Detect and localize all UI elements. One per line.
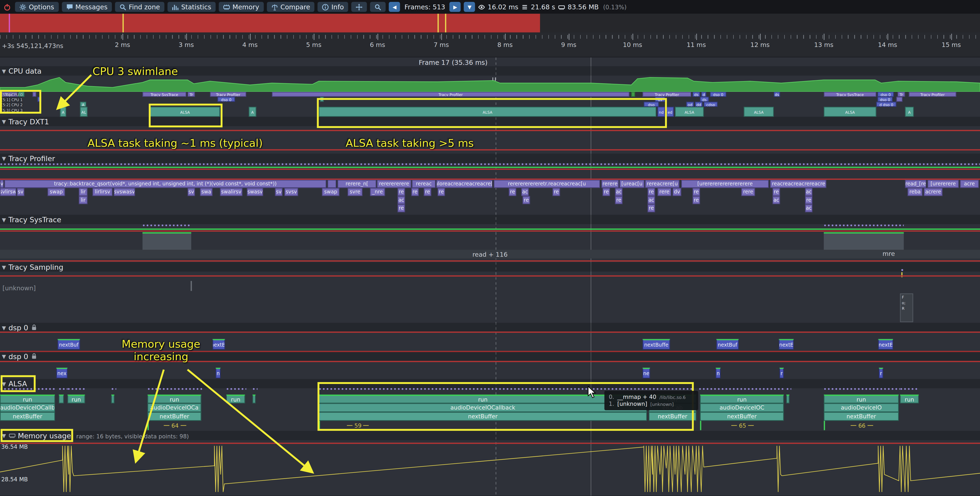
zone[interactable]: re [603, 188, 610, 196]
zone[interactable]: Tracy Profiler [210, 92, 246, 97]
zone[interactable]: Tracy SysTrace [824, 92, 877, 97]
systrace-zone-block[interactable] [824, 232, 904, 250]
zone-count[interactable]: 59 [319, 421, 647, 430]
zone[interactable]: ds [655, 97, 665, 102]
zone[interactable]: lir [79, 188, 88, 196]
zone[interactable]: dsp 0 [877, 92, 894, 97]
zone[interactable]: n [216, 368, 221, 378]
zone[interactable]: A [249, 107, 256, 117]
zone[interactable]: Tracy Profiler [272, 92, 629, 97]
zone[interactable]: svsv [285, 188, 298, 196]
frame-overview-bar[interactable] [0, 14, 980, 32]
memory-button[interactable]: Memory [219, 2, 264, 12]
section-header-tracy-sampling[interactable]: ▼ Tracy Sampling [0, 262, 980, 272]
zone-next-buffer[interactable]: nextBuffer [824, 412, 899, 421]
zone-run[interactable]: run [0, 395, 55, 403]
zone[interactable]: Tracy SysTrace [143, 92, 186, 97]
zone[interactable]: nextBi [213, 339, 225, 350]
zone[interactable]: svre [347, 188, 363, 196]
zone[interactable]: re [411, 188, 419, 196]
power-icon[interactable] [4, 3, 11, 10]
sampling-zone-fragment[interactable]: F o; R [900, 293, 913, 322]
zone[interactable]: re [805, 196, 813, 204]
zone[interactable]: sv [275, 188, 283, 196]
timeline[interactable]: Frame 17 (35.36 ms) ▼ CPU data TracTracy… [0, 57, 980, 496]
zone[interactable]: read_[re [905, 180, 926, 188]
zone-run[interactable] [111, 395, 115, 403]
zone[interactable]: rere [741, 188, 755, 196]
zone[interactable]: Tr [897, 92, 905, 97]
zone[interactable]: Tracy Profiler [909, 92, 956, 97]
zone[interactable]: nex [56, 368, 68, 378]
zone[interactable]: re [438, 188, 445, 196]
zone-run[interactable] [252, 395, 256, 403]
zone[interactable]: dsp [644, 101, 659, 107]
zone-next-buffer[interactable]: nextBuffer [700, 412, 784, 421]
zone[interactable]: r [879, 368, 883, 378]
zone[interactable]: AL [80, 107, 88, 117]
zone[interactable]: Tracy Profiler [643, 92, 692, 97]
section-header-tracy-systrace[interactable]: ▼ Tracy SysTrace [0, 215, 980, 224]
zone[interactable]: d dsp 0 [877, 101, 896, 107]
zone[interactable]: nd [658, 107, 665, 117]
zone-read[interactable]: read + 116 [0, 250, 980, 258]
zone[interactable]: sv [17, 188, 24, 196]
zone-count[interactable]: 65 [700, 421, 784, 430]
zone-audio-callback[interactable]: audioDeviceIOCa [148, 403, 201, 412]
zone[interactable]: ALSA [824, 107, 877, 117]
zone[interactable]: ac [615, 188, 623, 196]
zone[interactable]: od [686, 101, 694, 107]
collapse-icon[interactable]: ▼ [2, 353, 6, 359]
zone-audio-callback[interactable]: audioDeviceIOCallback [319, 403, 647, 412]
zone[interactable]: swa [200, 188, 213, 196]
zone-next-buffer[interactable]: nextBuffer [319, 412, 647, 421]
zone-count[interactable]: 64 [148, 421, 201, 430]
zone[interactable]: reba [908, 188, 923, 196]
zone-audio-callback[interactable]: audioDeviceIO [824, 403, 899, 412]
zone[interactable]: d [701, 92, 706, 97]
zone[interactable]: rererererere [377, 180, 411, 188]
zone[interactable]: swap [322, 188, 339, 196]
section-header-tracy-profiler[interactable]: ▼ Tracy Profiler [0, 154, 980, 163]
zone[interactable]: ac [521, 188, 529, 196]
next-frame-button[interactable]: ▶ [450, 2, 461, 12]
zone[interactable]: swap [48, 188, 65, 196]
zone[interactable]: A [905, 107, 914, 117]
zone[interactable]: [ureac[u [619, 180, 644, 188]
collapse-icon[interactable]: ▼ [2, 118, 6, 124]
zone[interactable]: n [716, 368, 721, 378]
zone[interactable]: A [80, 101, 86, 107]
zone[interactable]: swalirsv [220, 188, 243, 196]
zone[interactable] [33, 92, 36, 97]
zone[interactable]: re [648, 204, 655, 212]
cpu-usage-graph[interactable] [0, 75, 980, 92]
zone[interactable]: v [0, 180, 4, 188]
zone[interactable]: [urererererererererere [681, 180, 769, 188]
zone[interactable]: [urererere [928, 180, 959, 188]
time-ruler[interactable]: +3s 545,121,473ns 2 ms3 ms4 ms5 ms6 ms7 … [0, 33, 980, 58]
zone-run[interactable]: run [700, 395, 784, 403]
zone[interactable]: ALSA [150, 107, 220, 117]
collapse-icon[interactable]: ▼ [2, 380, 6, 387]
statistics-button[interactable]: Statistics [167, 2, 216, 12]
zone-next-buffer[interactable]: nextBuffer [148, 412, 201, 421]
zone[interactable]: rereacrere[u [645, 180, 679, 188]
zone[interactable]: tracy::backtrace_qsort(void*, unsigned i… [4, 180, 326, 188]
zone[interactable]: ed [666, 107, 674, 117]
zone[interactable]: Tr [188, 92, 195, 97]
collapse-icon[interactable]: ▼ [2, 325, 6, 331]
systrace-zone-block[interactable] [143, 232, 191, 250]
section-header-tracy-dxt1[interactable]: ▼ Tracy DXT1 [0, 117, 980, 126]
zone[interactable]: acrere [924, 188, 943, 196]
zone-run[interactable]: run [226, 395, 245, 403]
zone[interactable] [37, 97, 41, 102]
zone[interactable]: ds [774, 92, 780, 97]
zone[interactable]: re [398, 188, 405, 196]
zone[interactable]: ac [805, 188, 813, 196]
zone[interactable]: ds [693, 92, 700, 97]
zone[interactable]: cdsp [704, 101, 718, 107]
zone[interactable]: nextE [779, 339, 794, 350]
zone[interactable] [896, 97, 902, 102]
zone[interactable] [631, 92, 635, 97]
zone-run[interactable]: run [824, 395, 899, 403]
